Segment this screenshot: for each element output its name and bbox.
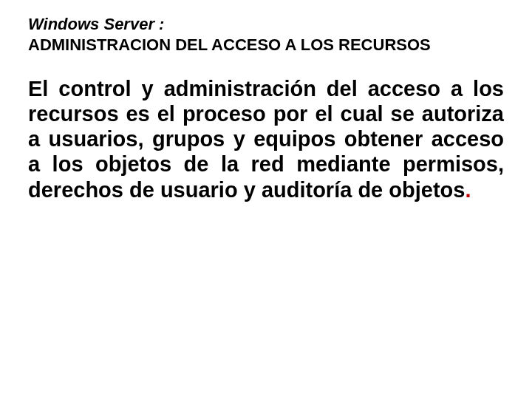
body-paragraph: El control y administración del acceso a… [28, 76, 504, 202]
body-main-text: El control y administración del acceso a… [28, 77, 504, 202]
body-period: . [465, 178, 471, 202]
slide: Windows Server : ADMINISTRACION DEL ACCE… [0, 0, 532, 399]
heading-line-2: ADMINISTRACION DEL ACCESO A LOS RECURSOS [28, 35, 504, 55]
heading-line-1: Windows Server : [28, 15, 504, 34]
